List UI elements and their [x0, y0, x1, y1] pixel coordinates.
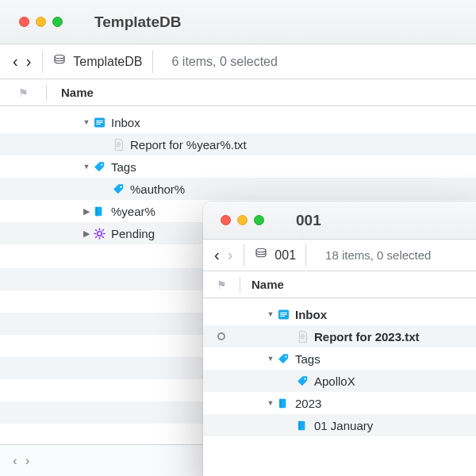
database-icon — [254, 247, 268, 264]
column-header-row: ⚑ Name — [203, 271, 476, 298]
inbox-icon — [92, 115, 106, 129]
tag-icon — [295, 374, 309, 388]
separator — [244, 244, 244, 267]
row-label: %year% — [111, 205, 155, 218]
tree-row[interactable]: ▼Inbox — [203, 303, 476, 325]
folder-icon — [295, 418, 309, 432]
document-icon — [295, 329, 309, 344]
flag-column-header[interactable]: ⚑ — [0, 86, 46, 99]
toolbar: ‹ › TemplateDB 6 items, 0 selected — [0, 44, 476, 79]
disclosure-triangle[interactable]: ▼ — [265, 310, 276, 318]
zoom-button[interactable] — [254, 215, 264, 225]
flag-column-header[interactable]: ⚑ — [203, 278, 240, 291]
disclosure-triangle[interactable]: ▼ — [265, 399, 276, 407]
row-label: Pending — [111, 227, 155, 240]
tree-row[interactable]: 01 January — [203, 414, 476, 436]
tag-icon — [111, 182, 125, 196]
tree-row[interactable]: ▼Inbox — [0, 111, 476, 133]
inbox-icon — [276, 307, 290, 321]
forward-button[interactable]: › — [226, 246, 235, 264]
secondary-window: 001 ‹ › 001 18 items, 0 selected ⚑ Name … — [203, 202, 476, 476]
row-label: Report for %year%.txt — [130, 138, 247, 152]
titlebar: 001 — [203, 202, 476, 240]
status-text: 18 items, 0 selected — [325, 248, 431, 262]
breadcrumb-label: TemplateDB — [73, 55, 142, 69]
flag-dot-icon — [217, 332, 225, 340]
tag-icon — [276, 351, 290, 366]
separator — [42, 51, 43, 73]
folder-icon — [92, 204, 106, 218]
traffic-lights — [221, 215, 264, 225]
minimize-button[interactable] — [237, 215, 248, 225]
window-title: 001 — [296, 212, 321, 229]
row-label: Tags — [111, 160, 136, 174]
row-label: Report for 2023.txt — [314, 330, 420, 344]
tree-row[interactable]: Report for %year%.txt — [0, 133, 476, 155]
breadcrumb[interactable]: 001 — [254, 247, 296, 264]
history-nav: ‹ › — [11, 52, 33, 71]
row-label: 2023 — [295, 397, 321, 410]
database-icon — [52, 53, 67, 71]
minimize-button[interactable] — [36, 17, 46, 27]
breadcrumb-label: 001 — [274, 248, 296, 263]
folder-icon — [276, 396, 290, 410]
tree-row[interactable]: ▼Tags — [0, 155, 476, 178]
traffic-lights — [19, 17, 63, 27]
tree-row[interactable]: ▼2023 — [203, 392, 476, 414]
disclosure-triangle[interactable]: ▼ — [265, 355, 276, 363]
separator — [305, 244, 306, 267]
separator — [152, 51, 153, 73]
name-column-header[interactable]: Name — [47, 86, 94, 99]
close-button[interactable] — [221, 215, 231, 225]
row-label: Inbox — [111, 116, 140, 129]
tree-row[interactable]: Report for 2023.txt — [203, 325, 476, 347]
disclosure-triangle[interactable]: ▼ — [81, 163, 92, 171]
tree-row[interactable]: %author% — [0, 178, 476, 200]
tree-row[interactable]: ApolloX — [203, 370, 476, 392]
outline-tree: ▼InboxReport for 2023.txt▼TagsApolloX▼20… — [203, 298, 476, 436]
disclosure-triangle[interactable]: ▼ — [81, 118, 92, 126]
tree-row[interactable]: ▼Tags — [203, 347, 476, 370]
toolbar: ‹ › 001 18 items, 0 selected — [203, 240, 476, 271]
back-button[interactable]: ‹ — [11, 52, 20, 71]
gear-icon — [92, 226, 106, 240]
tag-icon — [92, 159, 106, 174]
titlebar: TemplateDB — [0, 0, 476, 44]
window-title: TemplateDB — [94, 13, 181, 31]
forward-button[interactable]: › — [25, 52, 33, 71]
zoom-button[interactable] — [52, 17, 63, 27]
back-button[interactable]: ‹ — [213, 246, 221, 264]
row-label: ApolloX — [314, 374, 355, 388]
row-label: Tags — [295, 352, 321, 366]
disclosure-triangle[interactable]: ▶ — [81, 228, 92, 239]
row-label: Inbox — [295, 308, 327, 321]
path-back-button[interactable]: ‹ — [11, 453, 19, 469]
flag-cell[interactable] — [203, 332, 240, 340]
breadcrumb[interactable]: TemplateDB — [52, 53, 142, 71]
disclosure-triangle[interactable]: ▶ — [81, 206, 92, 217]
row-label: 01 January — [314, 419, 373, 432]
column-header-row: ⚑ Name — [0, 79, 476, 106]
row-label: %author% — [130, 182, 185, 196]
history-nav: ‹ › — [213, 246, 234, 264]
status-text: 6 items, 0 selected — [172, 55, 278, 69]
path-forward-button[interactable]: › — [24, 453, 32, 469]
document-icon — [111, 137, 125, 152]
close-button[interactable] — [19, 17, 29, 27]
name-column-header[interactable]: Name — [240, 278, 284, 291]
